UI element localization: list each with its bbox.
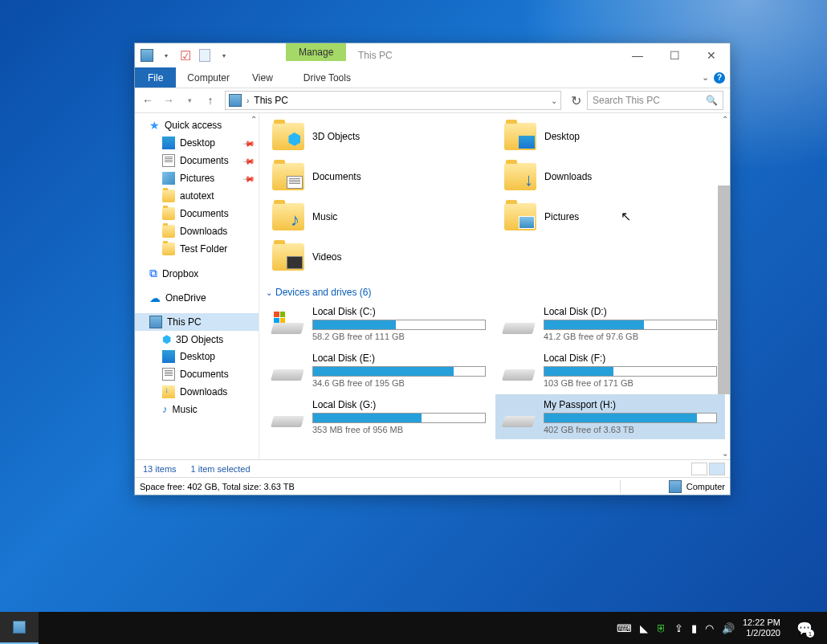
address-chevron-icon[interactable]: › — [246, 96, 249, 105]
qat-customize-icon[interactable]: ▾ — [215, 47, 233, 64]
manage-context-tab[interactable]: Manage — [286, 43, 346, 61]
tray-clock[interactable]: 12:22 PM 1/2/2020 — [743, 618, 780, 638]
forward-button[interactable]: → — [159, 91, 178, 110]
folder-icon — [162, 243, 175, 255]
up-button[interactable]: ↑ — [201, 91, 220, 110]
notification-center-icon[interactable]: 💬 1 — [788, 612, 821, 644]
drive-tile[interactable]: My Passport (H:)402 GB free of 3.63 TB — [495, 394, 725, 439]
folder-tile[interactable]: Documents — [264, 158, 493, 195]
drive-usage-bar — [544, 366, 717, 377]
nav-pc-documents[interactable]: Documents — [135, 365, 259, 383]
drive-tools-tab[interactable]: Drive Tools — [292, 69, 362, 87]
folder-label: Videos — [312, 251, 341, 263]
folder-icon: ↓ — [504, 163, 536, 190]
tray-keyboard-icon[interactable]: ⌨ — [617, 622, 632, 634]
address-bar[interactable]: › This PC ⌄ — [225, 91, 561, 110]
drive-free-text: 58.2 GB free of 111 GB — [312, 332, 486, 341]
folder-label: Pictures — [544, 211, 579, 222]
recent-dropdown-icon[interactable]: ▾ — [180, 91, 199, 110]
section-devices-drives[interactable]: ⌄ Devices and drives (6) — [264, 283, 725, 301]
onedrive-icon: ☁ — [149, 291, 161, 304]
nav-scroll-up-icon[interactable]: ⌃ — [251, 115, 257, 124]
nav-qa-documents2[interactable]: Documents — [135, 205, 259, 222]
nav-qa-autotext[interactable]: autotext — [135, 187, 259, 205]
drive-tile[interactable]: Local Disk (G:)353 MB free of 956 MB — [264, 394, 494, 439]
nav-qa-downloads[interactable]: Downloads — [135, 222, 259, 240]
folder-tile[interactable]: ↓Downloads — [496, 158, 725, 195]
tray-battery-icon[interactable]: ▮ — [691, 622, 697, 634]
nav-pc-downloads[interactable]: Downloads — [135, 383, 259, 401]
folder-tile[interactable]: Pictures — [496, 198, 725, 235]
system-menu-icon[interactable] — [138, 47, 156, 64]
tiles-view-icon[interactable] — [709, 463, 725, 475]
minimize-button[interactable]: — — [619, 43, 656, 67]
nav-this-pc[interactable]: This PC — [135, 313, 259, 331]
ribbon-expand-icon[interactable]: ⌄ — [702, 72, 709, 83]
nav-pc-desktop[interactable]: Desktop — [135, 348, 259, 365]
folder-tile[interactable]: Desktop — [496, 118, 725, 155]
nav-qa-desktop[interactable]: Desktop📌 — [135, 134, 259, 152]
tray-wifi-icon[interactable]: ◠ — [705, 622, 714, 634]
tray-usb-icon[interactable]: ⇪ — [674, 622, 683, 634]
drive-usage-bar — [544, 320, 717, 330]
maximize-button[interactable]: ☐ — [656, 43, 693, 67]
drive-free-text: 353 MB free of 956 MB — [312, 425, 486, 434]
desktop-icon — [162, 137, 175, 149]
drive-tile[interactable]: Local Disk (D:)41.2 GB free of 97.6 GB — [495, 301, 725, 346]
tray-volume-icon[interactable]: 🔊 — [722, 622, 735, 634]
drive-free-text: 41.2 GB free of 97.6 GB — [544, 332, 717, 341]
folder-tile[interactable]: Videos — [264, 238, 493, 275]
folder-tile[interactable]: ⬢3D Objects — [264, 118, 493, 155]
drive-name: Local Disk (G:) — [312, 399, 486, 410]
computer-tab[interactable]: Computer — [176, 69, 241, 87]
tray-onedrive-icon[interactable]: ◣ — [640, 622, 648, 634]
nav-qa-pictures[interactable]: Pictures📌 — [135, 169, 259, 187]
folder-tile[interactable]: ♪Music — [264, 198, 493, 235]
drive-icon — [503, 358, 536, 382]
search-input[interactable]: Search This PC 🔍 — [587, 91, 723, 110]
document-icon — [162, 368, 175, 381]
drive-usage-bar — [312, 320, 486, 330]
drive-free-text: 402 GB free of 3.63 TB — [544, 425, 717, 434]
address-text[interactable]: This PC — [254, 95, 288, 106]
refresh-button[interactable]: ↻ — [566, 91, 585, 110]
downloads-icon — [162, 385, 175, 398]
properties-icon[interactable]: ☑ — [177, 47, 194, 64]
nav-quick-access[interactable]: ★Quick access — [135, 116, 259, 134]
search-icon[interactable]: 🔍 — [706, 95, 718, 106]
taskbar-explorer-button[interactable] — [0, 612, 39, 644]
qat-dropdown-icon[interactable]: ▾ — [157, 47, 175, 64]
view-tab[interactable]: View — [241, 69, 284, 87]
nav-qa-documents[interactable]: Documents📌 — [135, 152, 259, 169]
scroll-down-icon[interactable]: ⌄ — [722, 449, 728, 458]
status-bar: 13 items 1 item selected — [135, 459, 730, 477]
star-icon: ★ — [149, 119, 160, 132]
nav-qa-testfolder[interactable]: Test Folder — [135, 240, 259, 258]
new-folder-icon[interactable] — [196, 47, 214, 64]
drive-tile[interactable]: Local Disk (C:)58.2 GB free of 111 GB — [264, 301, 494, 346]
music-icon: ♪ — [162, 403, 168, 415]
details-view-icon[interactable] — [691, 463, 707, 475]
drive-tile[interactable]: Local Disk (E:)34.6 GB free of 195 GB — [264, 348, 494, 393]
scroll-up-icon[interactable]: ⌃ — [722, 115, 728, 124]
tray-defender-icon[interactable]: ⛨ — [656, 622, 666, 634]
close-button[interactable]: ✕ — [693, 43, 730, 67]
notification-badge: 1 — [806, 630, 814, 638]
drive-name: Local Disk (D:) — [544, 306, 717, 317]
folder-icon — [162, 207, 175, 220]
file-tab[interactable]: File — [135, 67, 176, 88]
pin-icon: 📌 — [242, 154, 255, 167]
nav-pc-3dobjects[interactable]: ⬢3D Objects — [135, 331, 259, 348]
drive-tile[interactable]: Local Disk (F:)103 GB free of 171 GB — [495, 348, 725, 393]
address-dropdown-icon[interactable]: ⌄ — [551, 96, 557, 105]
folder-label: Downloads — [544, 171, 592, 182]
nav-onedrive[interactable]: ☁OneDrive — [135, 289, 259, 307]
nav-pc-music[interactable]: ♪Music — [135, 401, 259, 418]
back-button[interactable]: ← — [138, 91, 157, 110]
scrollbar-thumb[interactable] — [718, 185, 730, 394]
folder-icon — [504, 123, 536, 150]
folder-label: Music — [312, 211, 337, 222]
nav-dropbox[interactable]: ⧉Dropbox — [135, 264, 259, 283]
help-icon[interactable]: ? — [714, 72, 725, 84]
content-pane[interactable]: ⌃ ⌄ ⬢3D ObjectsDesktopDocuments↓Download… — [259, 113, 730, 459]
